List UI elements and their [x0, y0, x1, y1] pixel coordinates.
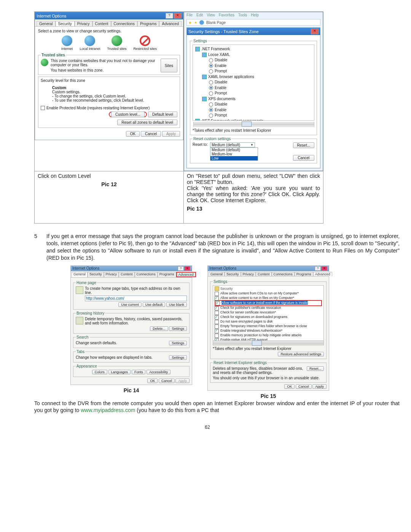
reset-option-low[interactable]: Low	[210, 156, 258, 160]
p15-tab-privacy[interactable]: Privacy	[241, 272, 256, 276]
apply-button[interactable]: Apply	[162, 131, 180, 137]
delete-button[interactable]: Delete...	[150, 326, 168, 331]
history-settings-button[interactable]: Settings	[169, 326, 187, 331]
close-icon[interactable]: ✕	[184, 266, 190, 271]
p14-tab-security[interactable]: Security	[88, 272, 104, 277]
checkbox-icon[interactable]	[215, 338, 219, 341]
p15-tab-connections[interactable]: Connections	[272, 272, 295, 276]
menu-favorites[interactable]: Favorites	[219, 13, 234, 17]
use-default-button[interactable]: Use default	[143, 302, 166, 307]
restore-advanced-button[interactable]: Restore advanced settings	[278, 352, 324, 356]
checkbox-icon[interactable]	[215, 292, 219, 296]
step-5: 5 If you get a error message that says t…	[34, 233, 400, 262]
p14-tab-general[interactable]: General	[72, 272, 88, 277]
radio-icon[interactable]	[209, 58, 213, 62]
p15-cancel-button[interactable]: Cancel	[296, 384, 312, 389]
tab-content[interactable]: Content	[92, 21, 111, 26]
help-button[interactable]: ?	[166, 13, 173, 19]
checkbox-icon[interactable]	[215, 329, 219, 333]
sites-button[interactable]: Sites	[161, 59, 177, 72]
radio-icon[interactable]	[209, 64, 213, 68]
reset-option-medium[interactable]: Medium (default)	[210, 148, 258, 152]
menu-view[interactable]: View	[207, 13, 215, 17]
myipaddress-link[interactable]: www.myipaddress.com	[81, 407, 135, 413]
menu-help[interactable]: Help	[251, 13, 259, 17]
p15-tab-advanced[interactable]: Advanced	[313, 272, 332, 276]
radio-icon[interactable]	[209, 86, 213, 90]
ie-tab[interactable]: ★ ✦ Blank Page	[186, 19, 320, 26]
use-blank-button[interactable]: Use blank	[166, 302, 187, 307]
radio-icon[interactable]	[209, 108, 213, 112]
p15-reset-button[interactable]: Reset...	[307, 366, 324, 371]
tab-security[interactable]: Security	[56, 21, 75, 26]
close-icon[interactable]: ✕	[311, 29, 319, 34]
close-icon[interactable]: ✕	[321, 266, 327, 271]
checkbox-icon[interactable]	[215, 315, 219, 320]
cancel-button[interactable]: Cancel	[141, 131, 161, 137]
checkbox-icon[interactable]	[215, 306, 219, 310]
accessibility-button[interactable]: Accessibility	[147, 370, 170, 374]
tree-label: Disable	[215, 102, 227, 107]
zone-intranet[interactable]: Local intranet	[80, 35, 100, 51]
checkbox-icon[interactable]	[215, 324, 219, 329]
reset-option-medium-low[interactable]: Medium-low	[210, 152, 258, 156]
reset-button[interactable]: Reset...	[293, 142, 314, 148]
checkbox-icon[interactable]	[215, 320, 219, 324]
checkbox-icon[interactable]	[215, 296, 219, 300]
menu-tools[interactable]: Tools	[238, 13, 247, 17]
p15-apply-button[interactable]: Apply	[312, 384, 327, 389]
help-icon[interactable]: ?	[315, 266, 321, 271]
tab-privacy[interactable]: Privacy	[75, 21, 92, 26]
tab-advanced[interactable]: Advanced	[159, 21, 181, 26]
settings-tree[interactable]: .NET FrameworkLoose XAMLDisableEnablePro…	[193, 45, 314, 121]
reset-to-select[interactable]: Medium (default) ▼	[210, 142, 255, 147]
default-level-button[interactable]: Default level	[148, 112, 177, 117]
reset-to-listbox[interactable]: Medium (default) Medium-low Low	[210, 147, 258, 161]
reset-all-zones-button[interactable]: Reset all zones to default level	[117, 120, 177, 125]
tab-connections[interactable]: Connections	[111, 21, 138, 26]
zone-internet[interactable]: Internet	[61, 35, 73, 51]
radio-icon[interactable]	[209, 113, 213, 118]
menu-file[interactable]: File	[186, 13, 193, 17]
protected-mode-checkbox[interactable]: Enable Protected Mode (requires restarti…	[41, 105, 177, 110]
p14-tab-content[interactable]: Content	[119, 272, 135, 277]
p14-tab-connections[interactable]: Connections	[135, 272, 158, 277]
p15-tree[interactable]: Security Allow active content from CDs t…	[213, 285, 324, 341]
radio-icon[interactable]	[209, 91, 213, 96]
zone-restricted[interactable]: Restricted sites	[134, 35, 157, 51]
p15-ok-button[interactable]: OK	[284, 384, 295, 389]
close-button[interactable]: ✕	[174, 13, 182, 19]
p15-tab-programs[interactable]: Programs	[295, 272, 313, 276]
p14-cancel-button[interactable]: Cancel	[159, 379, 175, 383]
radio-icon[interactable]	[209, 102, 213, 107]
checkbox-icon[interactable]	[216, 301, 220, 305]
languages-button[interactable]: Languages	[108, 370, 131, 374]
help-icon[interactable]: ?	[178, 266, 184, 271]
colors-button[interactable]: Colors	[92, 370, 107, 374]
p14-ok-button[interactable]: OK	[147, 379, 158, 383]
p15-tab-general[interactable]: General	[209, 272, 225, 276]
p15-tab-content[interactable]: Content	[256, 272, 272, 276]
ok-button[interactable]: OK	[126, 131, 140, 137]
checkbox-icon[interactable]	[215, 334, 219, 338]
p14-tab-programs[interactable]: Programs	[158, 272, 176, 277]
cancel-button-13[interactable]: Cancel	[293, 155, 314, 161]
tabs-settings-button[interactable]: Settings	[169, 355, 187, 360]
use-current-button[interactable]: Use current	[118, 302, 142, 307]
menu-edit[interactable]: Edit	[196, 13, 203, 17]
zone-instruction: Select a zone to view or change security…	[38, 29, 180, 33]
p14-apply-button[interactable]: Apply	[175, 379, 190, 383]
home-page-input[interactable]: http://www.yahoo.com/	[85, 296, 187, 301]
tab-general[interactable]: General	[37, 21, 56, 26]
zone-trusted[interactable]: Trusted sites	[107, 35, 126, 51]
search-settings-button[interactable]: Settings	[169, 341, 187, 345]
p14-tab-advanced[interactable]: Advanced	[176, 272, 196, 277]
p15-tab-security[interactable]: Security	[225, 272, 241, 276]
fonts-button[interactable]: Fonts	[132, 370, 146, 374]
custom-level-button[interactable]: Custom level...	[111, 112, 145, 117]
p14-tab-privacy[interactable]: Privacy	[104, 272, 119, 277]
tab-programs[interactable]: Programs	[137, 21, 159, 26]
radio-icon[interactable]	[209, 69, 213, 73]
checkbox-icon[interactable]	[215, 311, 219, 315]
radio-icon[interactable]	[209, 80, 213, 85]
